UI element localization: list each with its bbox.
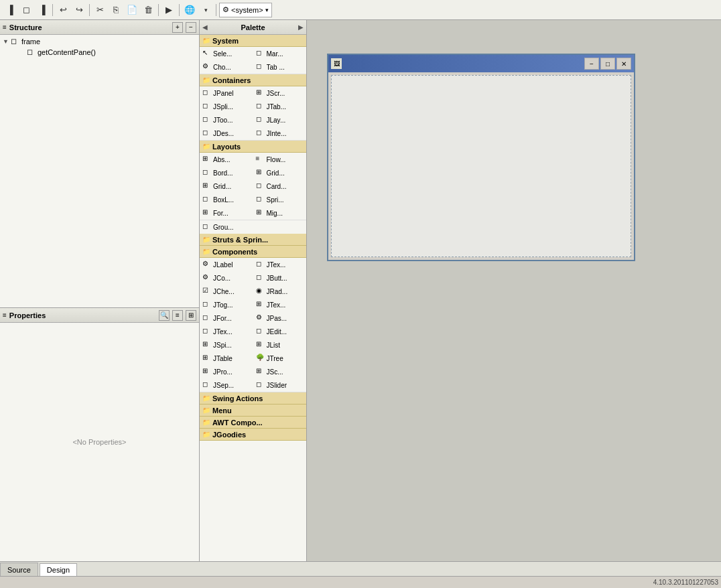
palette-item-jtex2[interactable]: ⊞ JTex...	[253, 298, 307, 311]
tree-arrow-frame: ▼	[3, 38, 9, 45]
toolbar-btn-globe[interactable]: 🌐	[182, 3, 197, 17]
palette-item-card[interactable]: ◻ Card...	[253, 179, 307, 193]
palette-item-jpas[interactable]: ⚙ JPas...	[253, 311, 307, 325]
palette-item-jspli[interactable]: ◻ JSpli...	[200, 100, 253, 113]
palette-header: ◀ Palette ▶	[200, 20, 306, 35]
palette-item-grou[interactable]: ◻ Grou...	[200, 220, 306, 234]
palette-item-jdes[interactable]: ◻ JDes...	[200, 127, 253, 140]
containers-folder-icon: 📁	[202, 76, 210, 84]
palette-category-layouts[interactable]: 📁 Layouts	[200, 141, 306, 153]
cut-button[interactable]: ✂	[92, 3, 107, 17]
jbutt-label: JButt...	[267, 275, 287, 282]
palette-item-jedit[interactable]: ◻ JEdit...	[253, 325, 307, 338]
palette-category-components[interactable]: 📁 Components	[200, 246, 306, 258]
palette-item-flow[interactable]: ≡ Flow...	[253, 153, 307, 166]
swing-actions-folder-icon: 📁	[202, 394, 210, 402]
palette-item-jtoo[interactable]: ◻ JToo...	[200, 113, 253, 127]
copy-button[interactable]: ⎘	[109, 3, 123, 17]
palette-item-jtog[interactable]: ◻ JTog...	[200, 298, 253, 311]
palette-item-jbutt[interactable]: ◻ JButt...	[253, 271, 307, 285]
palette-item-jtex1[interactable]: ◻ JTex...	[253, 258, 307, 271]
redo-button[interactable]: ↪	[72, 3, 86, 17]
jpro-icon: ⊞	[202, 367, 212, 376]
palette-item-jrad[interactable]: ◉ JRad...	[253, 285, 307, 298]
palette-item-jpanel[interactable]: ◻ JPanel	[200, 86, 253, 100]
tree-item-frame[interactable]: ▼ ◻ frame	[0, 36, 199, 47]
palette-item-grid1[interactable]: ⊞ Grid...	[253, 166, 307, 179]
palette-category-struts[interactable]: 📁 Struts & Sprin...	[200, 234, 306, 246]
tree-item-content-pane[interactable]: ◻ getContentPane()	[0, 47, 199, 58]
palette-category-jgoodies[interactable]: 📁 JGoodies	[200, 429, 306, 441]
palette-item-mig[interactable]: ⊞ Mig...	[253, 206, 307, 220]
toolbar-btn-globe-arrow[interactable]: ▾	[198, 3, 213, 17]
cho-label: Cho...	[213, 64, 231, 71]
palette-right-arrow[interactable]: ▶	[296, 20, 306, 35]
properties-btn-3[interactable]: ⊞	[186, 310, 196, 321]
palette-item-grid2[interactable]: ⊞ Grid...	[200, 179, 253, 193]
properties-btn-1[interactable]: 🔍	[159, 310, 170, 321]
jco-icon: ⚙	[202, 273, 212, 283]
delete-button[interactable]: 🗑	[141, 3, 155, 17]
palette-category-system[interactable]: 📁 System	[200, 35, 306, 47]
bottom-area: Source Design 4.10.3.201101227053	[0, 561, 721, 588]
structure-add-btn[interactable]: +	[172, 22, 183, 33]
jscr2-icon: ⊞	[256, 367, 265, 376]
palette-item-jscr1[interactable]: ⊞ JScr...	[253, 86, 307, 100]
swing-maximize-btn[interactable]: □	[600, 58, 615, 70]
palette-item-jco[interactable]: ⚙ JCo...	[200, 271, 253, 285]
swing-window-controls: − □ ✕	[584, 58, 631, 70]
palette-item-bord[interactable]: ◻ Bord...	[200, 166, 253, 179]
flow-icon: ≡	[256, 155, 265, 164]
undo-button[interactable]: ↩	[56, 3, 70, 17]
palette-item-mar[interactable]: ◻ Mar...	[253, 47, 307, 60]
toolbar-btn-3[interactable]: ▐	[35, 3, 50, 17]
palette-item-jlay[interactable]: ◻ JLay...	[253, 113, 307, 127]
palette-item-jinte[interactable]: ◻ JInte...	[253, 127, 307, 140]
jspi-label: JSpi...	[213, 342, 232, 349]
palette-item-jsep[interactable]: ◻ JSep...	[200, 378, 253, 392]
containers-items-grid: ◻ JPanel ⊞ JScr... ◻ JSpli... ◻ JTab... …	[200, 86, 306, 141]
toolbar-btn-1[interactable]: ▐	[3, 3, 17, 17]
system-dropdown[interactable]: ⚙ <system> ▾	[219, 3, 272, 17]
swing-minimize-btn[interactable]: −	[584, 58, 599, 70]
components-category-label: Components	[212, 248, 257, 256]
palette-category-menu[interactable]: 📁 Menu	[200, 405, 306, 417]
toolbar-btn-run[interactable]: ▶	[161, 3, 176, 17]
palette-item-tab[interactable]: ◻ Tab ...	[253, 60, 307, 74]
palette-item-jtab[interactable]: ◻ JTab...	[253, 100, 307, 113]
palette-item-jtree[interactable]: 🌳 JTree	[253, 352, 307, 365]
palette-item-abs[interactable]: ⊞ Abs...	[200, 153, 253, 166]
palette-item-jscr2[interactable]: ⊞ JSc...	[253, 365, 307, 378]
tab-source[interactable]: Source	[0, 563, 38, 576]
palette-item-spri[interactable]: ◻ Spri...	[253, 193, 307, 206]
palette-item-for[interactable]: ⊞ For...	[200, 206, 253, 220]
palette-item-cho[interactable]: ⚙ Cho...	[200, 60, 253, 74]
palette-left-arrow[interactable]: ◀	[200, 20, 210, 35]
swing-window[interactable]: 🖼 − □ ✕	[327, 54, 635, 261]
properties-btn-2[interactable]: ≡	[172, 310, 183, 321]
palette-item-jfor[interactable]: ◻ JFor...	[200, 311, 253, 325]
palette-item-jche[interactable]: ☑ JChe...	[200, 285, 253, 298]
jtree-icon: 🌳	[256, 354, 265, 363]
palette-item-jslider[interactable]: ◻ JSlider	[253, 378, 307, 392]
swing-close-btn[interactable]: ✕	[616, 58, 631, 70]
toolbar-btn-2[interactable]: ◻	[19, 3, 34, 17]
palette-category-swing-actions[interactable]: 📁 Swing Actions	[200, 392, 306, 405]
palette-category-containers[interactable]: 📁 Containers	[200, 74, 306, 86]
tab-design[interactable]: Design	[40, 563, 77, 577]
palette-item-jlabel[interactable]: ⚙ JLabel	[200, 258, 253, 271]
system-items-grid: ↖ Sele... ◻ Mar... ⚙ Cho... ◻ Tab ...	[200, 47, 306, 74]
palette-category-awt[interactable]: 📁 AWT Compo...	[200, 417, 306, 429]
structure-remove-btn[interactable]: −	[186, 22, 196, 33]
palette-item-jpro[interactable]: ⊞ JPro...	[200, 365, 253, 378]
palette-item-jtex3[interactable]: ◻ JTex...	[200, 325, 253, 338]
canvas-area: 🖼 − □ ✕	[307, 20, 721, 561]
system-arrow: ▾	[265, 7, 269, 13]
palette-item-sele[interactable]: ↖ Sele...	[200, 47, 253, 60]
palette-item-jspi[interactable]: ⊞ JSpi...	[200, 338, 253, 352]
palette-item-jtable[interactable]: ⊞ JTable	[200, 352, 253, 365]
palette-item-boxl[interactable]: ◻ BoxL...	[200, 193, 253, 206]
content-pane-icon: ◻	[27, 48, 36, 57]
palette-item-jlist[interactable]: ⊞ JList	[253, 338, 307, 352]
paste-button[interactable]: 📄	[125, 3, 139, 17]
